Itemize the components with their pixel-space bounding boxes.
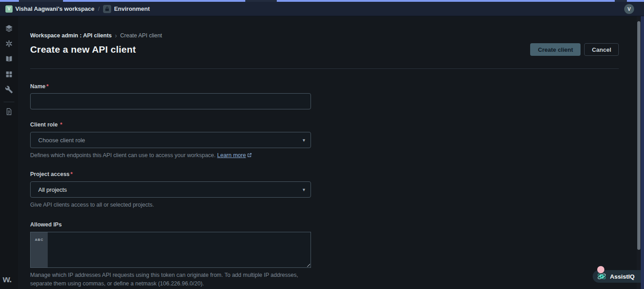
create-client-button[interactable]: Create client (530, 43, 581, 56)
breadcrumb-slash: / (98, 5, 100, 12)
file-text-icon[interactable] (5, 108, 13, 116)
breadcrumb: Workspace admin : API clients › Create A… (30, 32, 619, 39)
name-label: Name* (30, 83, 311, 90)
breadcrumb-link-api-clients[interactable]: Workspace admin : API clients (30, 32, 112, 39)
notification-dot[interactable] (597, 266, 604, 273)
environment-label[interactable]: Environment (114, 5, 149, 12)
left-sidebar: w. (0, 16, 18, 289)
top-nav-bar: V Vishal Aagwani's workspace / Environme… (0, 2, 644, 16)
workspace-badge[interactable]: V (5, 5, 13, 13)
client-role-select[interactable]: Choose client role ▾ (30, 132, 311, 148)
main-content: Workspace admin : API clients › Create A… (18, 16, 637, 289)
project-access-select[interactable]: All projects ▾ (30, 181, 311, 198)
page-title: Create a new API client (30, 44, 136, 55)
allowed-ips-helper: Manage which IP addresses API requests u… (30, 271, 311, 289)
app-scrollbar-thumb[interactable] (637, 21, 640, 250)
breadcrumb-current: Create API client (120, 32, 162, 39)
name-input[interactable] (30, 93, 311, 109)
book-icon[interactable] (5, 55, 13, 63)
allowed-ips-editor: ABC (30, 232, 311, 268)
required-asterisk: * (60, 122, 63, 128)
layers-icon[interactable] (5, 24, 13, 32)
header-divider (30, 68, 619, 69)
client-role-label: Client role * (30, 122, 311, 128)
grid-icon[interactable] (5, 70, 13, 78)
project-access-helper: Give API clients access to all or select… (30, 201, 311, 209)
allowed-ips-textarea[interactable] (48, 232, 311, 267)
required-asterisk: * (46, 83, 49, 90)
project-access-value: All projects (38, 186, 302, 193)
app-scrollbar-track[interactable] (637, 16, 641, 289)
required-asterisk: * (71, 171, 73, 177)
workspace-name[interactable]: Vishal Aagwani's workspace (15, 5, 95, 12)
browser-scrollbar-track (641, 16, 644, 289)
allowed-ips-label: Allowed IPs (30, 221, 311, 228)
project-access-label: Project access* (30, 171, 311, 177)
wandb-logo[interactable]: w. (3, 274, 11, 284)
client-role-helper: Defines which endpoints this API client … (30, 151, 311, 160)
chevron-down-icon: ▾ (302, 187, 305, 193)
lock-icon (103, 5, 111, 13)
cancel-button[interactable]: Cancel (584, 43, 619, 56)
wrench-icon[interactable] (5, 86, 13, 94)
client-role-placeholder: Choose client role (38, 137, 302, 144)
chevron-right-icon: › (115, 32, 117, 39)
sweeps-icon[interactable] (5, 40, 13, 48)
header-actions: Create client Cancel (530, 43, 619, 56)
assistiq-label: AssistIQ (610, 273, 635, 280)
create-api-client-form: Name* Client role * Choose client role ▾… (30, 83, 311, 289)
user-avatar[interactable]: V (624, 4, 634, 14)
learn-more-link[interactable]: Learn more (217, 152, 246, 158)
chevron-down-icon: ▾ (302, 137, 305, 143)
page-header: Create a new API client Create client Ca… (30, 43, 619, 56)
external-link-icon (247, 152, 252, 160)
sidebar-divider (4, 102, 14, 102)
editor-gutter: ABC (31, 232, 48, 267)
